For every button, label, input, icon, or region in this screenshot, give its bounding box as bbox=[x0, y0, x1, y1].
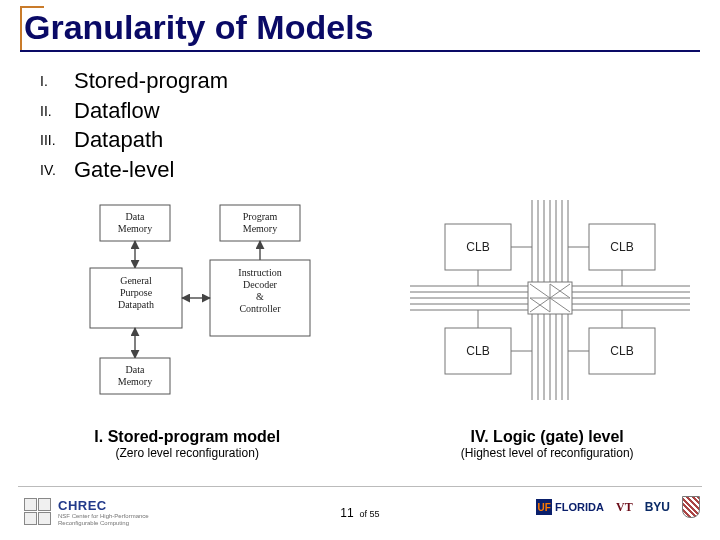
caption-title: IV. Logic (gate) level bbox=[374, 428, 720, 446]
roman-numeral: III. bbox=[40, 125, 74, 155]
logos-right: UF FLORIDA VT BYU bbox=[536, 496, 700, 518]
uf-badge: UF bbox=[536, 499, 552, 515]
figure-clb-array: CLB CLB CLB CLB bbox=[410, 200, 690, 410]
page-sep-word: of bbox=[360, 509, 368, 519]
logo-byu: BYU bbox=[645, 500, 670, 514]
slide-title: Granularity of Models bbox=[24, 8, 374, 51]
logo-uf: UF FLORIDA bbox=[536, 499, 604, 515]
svg-text:CLB: CLB bbox=[610, 240, 633, 254]
page-current: 11 bbox=[340, 506, 353, 520]
list-label: Stored-program bbox=[74, 66, 228, 96]
caption-title: I. Stored-program model bbox=[0, 428, 374, 446]
figure-stored-program: DataMemory ProgramMemory GeneralPurposeD… bbox=[70, 200, 330, 410]
footer-divider bbox=[18, 486, 702, 487]
uf-word: FLORIDA bbox=[555, 501, 604, 513]
list-item: III. Datapath bbox=[40, 125, 228, 155]
roman-numeral: IV. bbox=[40, 155, 74, 185]
svg-text:GeneralPurposeDatapath: GeneralPurposeDatapath bbox=[118, 275, 154, 310]
list-label: Dataflow bbox=[74, 96, 160, 126]
figures-row: DataMemory ProgramMemory GeneralPurposeD… bbox=[70, 200, 690, 410]
svg-text:CLB: CLB bbox=[466, 344, 489, 358]
caption-left: I. Stored-program model (Zero level reco… bbox=[0, 428, 374, 460]
caption-subtitle: (Highest level of reconfiguration) bbox=[374, 446, 720, 460]
list-item: I. Stored-program bbox=[40, 66, 228, 96]
figure-captions: I. Stored-program model (Zero level reco… bbox=[0, 428, 720, 460]
logo-vt: VT bbox=[616, 500, 633, 515]
slide: Granularity of Models I. Stored-program … bbox=[0, 0, 720, 540]
page-total: 55 bbox=[370, 509, 380, 519]
chrec-line2: Reconfigurable Computing bbox=[58, 520, 149, 526]
title-underline bbox=[20, 50, 700, 52]
svg-text:CLB: CLB bbox=[466, 240, 489, 254]
list-item: II. Dataflow bbox=[40, 96, 228, 126]
list-item: IV. Gate-level bbox=[40, 155, 228, 185]
caption-right: IV. Logic (gate) level (Highest level of… bbox=[374, 428, 720, 460]
roman-numeral: I. bbox=[40, 66, 74, 96]
svg-text:CLB: CLB bbox=[610, 344, 633, 358]
roman-numeral: II. bbox=[40, 96, 74, 126]
title-wrap: Granularity of Models bbox=[24, 8, 374, 51]
list-label: Gate-level bbox=[74, 155, 174, 185]
outline-list: I. Stored-program II. Dataflow III. Data… bbox=[40, 66, 228, 185]
footer: CHREC NSF Center for High-Performance Re… bbox=[0, 486, 720, 534]
caption-subtitle: (Zero level reconfiguration) bbox=[0, 446, 374, 460]
list-label: Datapath bbox=[74, 125, 163, 155]
shield-icon bbox=[682, 496, 700, 518]
svg-text:ProgramMemory: ProgramMemory bbox=[243, 211, 278, 234]
